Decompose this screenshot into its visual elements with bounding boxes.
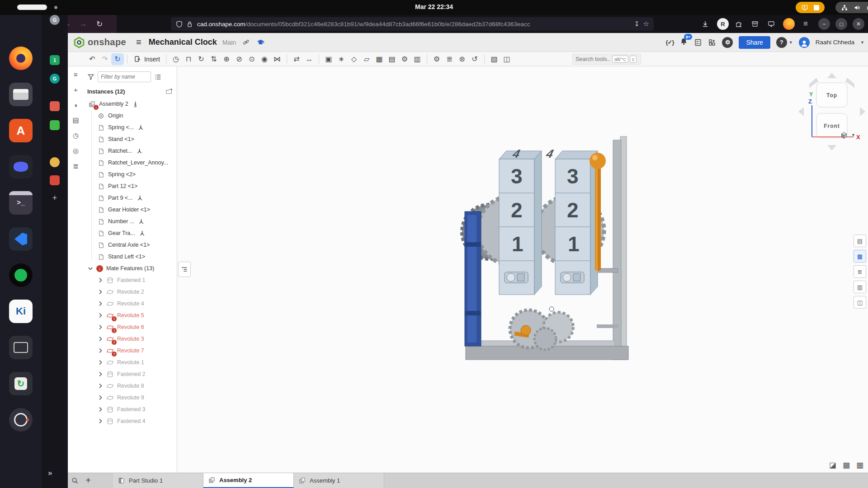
chevron-right-icon[interactable] [97, 359, 104, 366]
downloads-button[interactable] [700, 19, 711, 29]
chevron-right-icon[interactable] [97, 406, 104, 413]
instance-row[interactable]: ↓ Gear Tra... [84, 227, 177, 239]
terminal-icon[interactable]: >_ [9, 191, 33, 215]
mate-row[interactable]: ! Fastened 1 [84, 274, 177, 286]
outline-icon[interactable]: ≣ [68, 159, 84, 174]
studio-tab[interactable]: Assembly 2 [203, 473, 294, 488]
revolute-mate-icon[interactable]: ↻ [195, 53, 208, 65]
mate-row[interactable]: ! Revolute 1 [84, 357, 177, 368]
save-to-device-icon[interactable]: ↧ [634, 20, 640, 28]
pinned-tab[interactable]: G [50, 15, 60, 25]
notifications-bell-icon[interactable]: 9+ [679, 37, 688, 47]
studio-tab[interactable]: Part Studio 1 [113, 473, 203, 488]
instance-row[interactable]: ↓ Origin [84, 110, 177, 122]
pattern-icon[interactable]: ∗ [335, 53, 348, 65]
window-minimize-button[interactable]: – [818, 18, 830, 30]
configurations-icon[interactable]: ◫ [500, 53, 513, 65]
instance-row[interactable]: ↓ Number ... [84, 216, 177, 227]
instance-row[interactable]: ↓ Ratchet_Lever_Annoy... [84, 157, 177, 169]
spotify-icon[interactable] [9, 263, 33, 287]
user-avatar[interactable] [799, 37, 810, 48]
view-menu-button[interactable]: ▼ [840, 131, 855, 140]
firefox-icon[interactable] [9, 47, 33, 70]
screw-relation-icon[interactable]: ⊛ [456, 53, 468, 65]
move-part-icon[interactable]: ◇ [348, 53, 360, 65]
mate-row[interactable]: ! Revolute 4 [84, 298, 177, 310]
measure-icon[interactable]: ↔ [303, 53, 316, 65]
comments-icon[interactable]: ◖ [68, 97, 84, 113]
system-clock[interactable]: Mar 22 22:34 [0, 3, 868, 10]
isometric-view-icon[interactable]: ▩ [843, 460, 850, 470]
instance-row[interactable]: ↓ Ratchet... [84, 145, 177, 157]
document-panel-icon[interactable]: ▤ [68, 113, 84, 128]
studio-tab[interactable]: Assembly 1 [294, 473, 384, 488]
instance-row[interactable]: ↓ Stand <1> [84, 133, 177, 145]
share-button[interactable]: Share [739, 36, 770, 49]
blue-bracket[interactable] [465, 211, 481, 346]
system-status-area[interactable] [835, 2, 868, 13]
devices-icon[interactable] [766, 19, 777, 29]
search-tools-box[interactable]: alt/⌥ c [572, 54, 641, 65]
interference-icon[interactable]: ⚙ [398, 53, 411, 65]
mate-icon[interactable]: ◷ [170, 53, 182, 65]
files-icon[interactable] [9, 83, 33, 106]
instance-row[interactable]: ↓ Central Axle <1> [84, 239, 177, 251]
kicad-icon[interactable]: Ki [9, 300, 33, 323]
instance-row[interactable]: ↓ Spring <... [84, 122, 177, 133]
display-states-icon[interactable]: ▧ [488, 53, 500, 65]
onshape-logo[interactable]: onshape [73, 37, 126, 48]
archive-icon[interactable] [750, 19, 760, 29]
vscode-icon[interactable] [9, 227, 33, 251]
bom-panel-icon[interactable]: ≣ [854, 265, 866, 278]
instance-row[interactable]: ↓ Spring <2> [84, 169, 177, 180]
pinned-tab[interactable] [50, 101, 60, 111]
mate-row[interactable]: ! Revolute 9 [84, 392, 177, 404]
rotate-down-arrow[interactable] [827, 145, 836, 150]
learning-center-icon[interactable] [256, 38, 265, 47]
list-view-icon[interactable] [154, 73, 162, 81]
screenshot-icon[interactable] [9, 336, 33, 359]
rotate-right-arrow[interactable] [860, 107, 865, 116]
featurescript-notices-icon[interactable]: {✓} [665, 39, 674, 46]
mate-row[interactable]: ! Revolute 8 [84, 380, 177, 392]
belt-relation-icon[interactable]: ↺ [468, 53, 481, 65]
planar-mate-icon[interactable]: ⊕ [220, 53, 233, 65]
rotate-up-arrow[interactable] [827, 73, 836, 78]
search-doc-icon[interactable]: ◎ [68, 143, 84, 159]
rotate-left-arrow[interactable] [798, 107, 804, 116]
mate-row[interactable]: ! Revolute 6 [84, 321, 177, 333]
grid-settings-icon[interactable]: ▦ [856, 460, 863, 470]
pinned-tab[interactable] [50, 157, 60, 167]
instance-row[interactable]: ↓ Gear Holder <1> [84, 204, 177, 216]
gear-relation-icon[interactable]: ⚙ [430, 53, 443, 65]
expand-sidebar-icon[interactable]: » [48, 469, 52, 478]
ubuntu-software-icon[interactable]: A [9, 119, 33, 142]
lock-icon[interactable] [186, 20, 193, 28]
number-column-left[interactable]: 4 3 2 1 [499, 147, 542, 295]
chevron-right-icon[interactable] [97, 394, 104, 401]
discord-icon[interactable] [9, 155, 33, 178]
instance-row[interactable]: ↓ Stand Left <1> [84, 251, 177, 263]
panel-flyout-button[interactable] [178, 262, 191, 277]
filter-input[interactable] [98, 71, 151, 82]
instance-row[interactable]: ↓ Assembly 2 [84, 98, 177, 110]
ball-mate-icon[interactable]: ◉ [258, 53, 271, 65]
parts-panel-icon[interactable]: ◫ [854, 296, 866, 309]
chevron-right-icon[interactable] [97, 277, 104, 283]
snap-mode-icon[interactable]: ⇄ [290, 53, 303, 65]
chevron-right-icon[interactable] [97, 418, 104, 424]
instance-row[interactable]: ↓ Part 9 <... [84, 192, 177, 204]
chevron-right-icon[interactable] [97, 289, 104, 295]
pinned-tab[interactable] [50, 120, 60, 130]
chevron-right-icon[interactable] [97, 312, 104, 319]
add-folder-icon[interactable] [165, 88, 173, 95]
view-cube[interactable]: Top Front Y Z X [796, 70, 868, 151]
chevron-right-icon[interactable] [97, 324, 104, 330]
mate-row[interactable]: ! Revolute 2 [84, 286, 177, 298]
user-name[interactable]: Raahi Chheda [816, 39, 854, 46]
viewport-3d-model[interactable]: 4 3 2 1 4 3 2 1 [461, 135, 633, 365]
mirror-icon[interactable]: ⋈ [271, 53, 283, 65]
edit-in-context-icon[interactable]: ▱ [360, 53, 373, 65]
chevron-down-icon[interactable] [87, 265, 94, 272]
instance-row[interactable]: ↓ Part 12 <1> [84, 180, 177, 192]
